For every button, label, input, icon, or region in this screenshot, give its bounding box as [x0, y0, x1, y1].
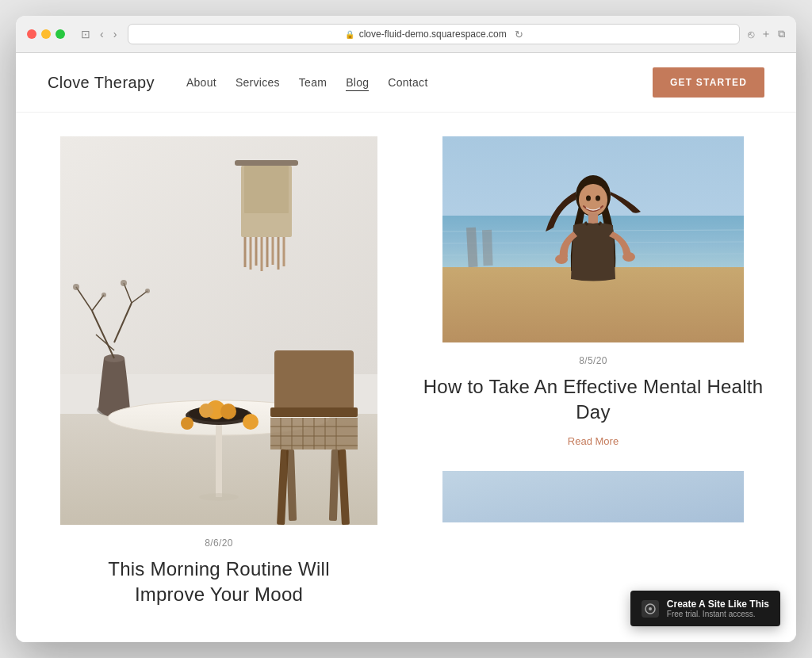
- blog-post-right-2: [422, 471, 764, 535]
- navigation: Clove Therapy About Services Team Blog C…: [16, 53, 796, 113]
- site-logo[interactable]: Clove Therapy: [48, 74, 155, 92]
- nav-item-about[interactable]: About: [186, 75, 216, 90]
- blog-post-right: 8/5/20 How to Take An Effective Mental H…: [422, 136, 764, 447]
- nav-item-blog[interactable]: Blog: [346, 75, 369, 90]
- nav-item-contact[interactable]: Contact: [388, 75, 427, 90]
- post-title-left: This Morning Routine Will Improve Your M…: [48, 557, 390, 608]
- svg-rect-37: [274, 350, 354, 410]
- squarespace-badge-text: Create A Site Like This Free trial. Inst…: [667, 599, 769, 618]
- read-more-link[interactable]: Read More: [422, 435, 764, 447]
- svg-point-36: [181, 417, 193, 430]
- tabs-icon[interactable]: ⧉: [778, 28, 785, 40]
- badge-subtitle: Free trial. Instant access.: [667, 610, 769, 618]
- maximize-button[interactable]: [56, 29, 65, 39]
- browser-chrome: ⊡ ‹ › 🔒 clove-fluid-demo.squarespace.com…: [16, 16, 796, 53]
- svg-point-35: [243, 414, 259, 430]
- squarespace-icon: [642, 600, 659, 618]
- svg-rect-3: [235, 160, 298, 166]
- nav-link-contact[interactable]: Contact: [388, 76, 427, 89]
- svg-point-64: [586, 196, 591, 201]
- post-title-right: How to Take An Effective Mental Health D…: [422, 374, 764, 426]
- tab-icon[interactable]: ⊡: [78, 26, 94, 42]
- post-image-right[interactable]: [422, 136, 764, 342]
- nav-link-team[interactable]: Team: [299, 76, 327, 89]
- post-image-left[interactable]: [48, 136, 390, 525]
- post-date-right: 8/5/20: [422, 355, 764, 366]
- svg-point-70: [555, 254, 568, 264]
- svg-point-25: [121, 280, 127, 286]
- minimize-button[interactable]: [41, 29, 51, 39]
- svg-rect-28: [216, 418, 222, 497]
- svg-point-73: [649, 607, 652, 610]
- svg-rect-60: [482, 230, 493, 266]
- post-date-left: 8/6/20: [48, 537, 390, 549]
- svg-rect-38: [270, 407, 358, 417]
- website: Clove Therapy About Services Team Blog C…: [16, 53, 796, 642]
- svg-point-69: [622, 252, 635, 262]
- svg-point-24: [102, 293, 106, 297]
- svg-point-33: [220, 404, 236, 419]
- nav-link-about[interactable]: About: [186, 76, 216, 89]
- browser-window: ⊡ ‹ › 🔒 clove-fluid-demo.squarespace.com…: [16, 16, 796, 642]
- close-button[interactable]: [27, 29, 36, 39]
- svg-point-29: [199, 493, 239, 501]
- main-content: 8/6/20 This Morning Routine Will Improve…: [16, 113, 796, 642]
- reload-icon[interactable]: ↻: [515, 29, 523, 40]
- share-icon[interactable]: ⎋: [748, 28, 754, 40]
- nav-item-services[interactable]: Services: [236, 75, 280, 90]
- browser-actions: ⎋ ＋ ⧉: [748, 27, 785, 41]
- svg-rect-71: [442, 471, 744, 522]
- new-tab-icon[interactable]: ＋: [760, 27, 772, 41]
- nav-links: About Services Team Blog Contact: [186, 75, 428, 90]
- forward-button[interactable]: ›: [110, 26, 121, 42]
- nav-link-blog[interactable]: Blog: [346, 76, 369, 91]
- svg-rect-1: [60, 136, 377, 374]
- svg-point-65: [596, 196, 600, 201]
- squarespace-badge[interactable]: Create A Site Like This Free trial. Inst…: [630, 591, 780, 626]
- svg-rect-5: [244, 166, 289, 213]
- address-bar[interactable]: 🔒 clove-fluid-demo.squarespace.com ↻: [128, 24, 740, 44]
- right-column: 8/5/20 How to Take An Effective Mental H…: [422, 136, 764, 626]
- get-started-button[interactable]: GET STARTED: [653, 67, 764, 98]
- nav-item-team[interactable]: Team: [299, 75, 327, 90]
- nav-link-services[interactable]: Services: [236, 76, 280, 89]
- back-button[interactable]: ‹: [97, 26, 107, 42]
- svg-point-23: [73, 284, 79, 290]
- badge-title: Create A Site Like This: [667, 599, 769, 610]
- lock-icon: 🔒: [345, 30, 354, 39]
- svg-point-34: [199, 404, 213, 418]
- svg-point-26: [145, 289, 150, 293]
- url-text: clove-fluid-demo.squarespace.com: [359, 29, 507, 40]
- traffic-lights: [27, 29, 65, 39]
- blog-post-left: 8/6/20 This Morning Routine Will Improve…: [48, 136, 390, 626]
- post-image-right-2[interactable]: [422, 471, 764, 522]
- browser-controls: ⊡ ‹ ›: [78, 26, 120, 42]
